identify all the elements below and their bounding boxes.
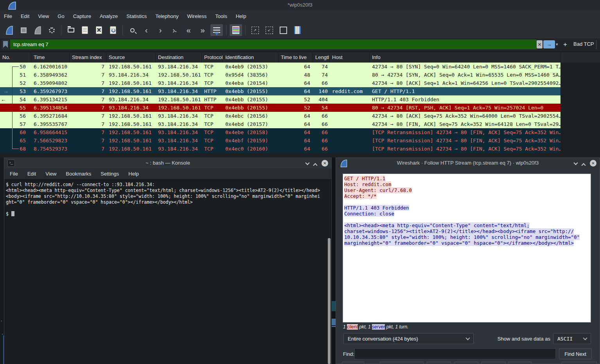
background-scrollbar-fragment[interactable]	[332, 319, 336, 325]
apply-filter-icon[interactable]: →	[543, 40, 555, 48]
cell-len: 74	[313, 71, 330, 79]
conversation-bracket	[12, 149, 19, 149]
konsole-menu-edit[interactable]: Edit	[27, 171, 36, 177]
display-filter-input[interactable]: tcp.stream eq 7	[10, 39, 537, 49]
close-file-icon[interactable]: ✕	[93, 24, 105, 36]
column-header-host[interactable]: Host	[330, 52, 370, 63]
cell-dest: 93.184.216.34	[156, 136, 202, 145]
packet-row[interactable]: 576.3955357677192.168.50.16193.184.216.3…	[0, 120, 560, 128]
filter-shortcut-bad-tcp[interactable]: Bad TCP	[573, 41, 594, 47]
conversation-select[interactable]: Entire conversation (424 bytes)	[343, 333, 474, 344]
packet-row[interactable]: 688.7545293737192.168.50.16193.184.216.3…	[0, 145, 560, 153]
packet-row[interactable]: 516.358949362793.184.216.34192.168.50.16…	[0, 71, 560, 79]
column-header-no[interactable]: No.	[0, 52, 31, 63]
minimize-icon[interactable]	[573, 160, 578, 165]
maximize-icon[interactable]	[581, 163, 586, 167]
auto-scroll-icon[interactable]	[210, 24, 223, 36]
go-to-packet-icon[interactable]: ›•	[168, 24, 181, 36]
konsole-menu-help[interactable]: Help	[128, 171, 139, 177]
bottom-button-sliver[interactable]	[562, 362, 597, 364]
main-titlebar[interactable]: *wlp0s20f3	[0, 0, 600, 11]
dialog-titlebar[interactable]: Wireshark · Follow HTTP Stream (tcp.stre…	[336, 158, 600, 169]
filter-dropdown-icon[interactable]: ▾	[556, 42, 558, 47]
clear-filter-icon[interactable]: ✕	[537, 40, 543, 48]
menu-analyze[interactable]: Analyze	[100, 13, 118, 19]
cell-stream: 7	[70, 136, 106, 145]
stream-content[interactable]: GET / HTTP/1.1Host: reddit.comUser-Agent…	[343, 174, 591, 323]
menu-help[interactable]: Help	[236, 13, 246, 19]
column-header-info[interactable]: Info	[370, 52, 560, 63]
packet-row[interactable]: 657.5665298237192.168.50.16193.184.216.3…	[0, 136, 560, 145]
terminal-scrollbar[interactable]	[328, 238, 331, 364]
column-header-source[interactable]: Source	[106, 52, 156, 63]
column-header-len[interactable]: Lengtl	[313, 52, 330, 63]
bottom-button-sliver[interactable]	[481, 362, 506, 364]
packet-row[interactable]: 536.3592679737192.168.50.16193.184.216.3…	[0, 87, 560, 95]
menu-wireless[interactable]: Wireless	[187, 13, 207, 19]
reload-file-icon[interactable]	[107, 24, 119, 36]
bottom-button-sliver[interactable]	[427, 362, 451, 364]
terminal-line: $	[6, 211, 331, 217]
konsole-menu-view[interactable]: View	[45, 171, 56, 177]
maximize-icon[interactable]	[313, 163, 317, 167]
konsole-menu-file[interactable]: File	[10, 171, 18, 177]
restart-capture-icon[interactable]	[31, 24, 44, 36]
bookmark-icon[interactable]	[2, 40, 9, 49]
konsole-menu-bookmarks[interactable]: Bookmarks	[66, 171, 91, 177]
packet-row[interactable]: 606.9586644157192.168.50.16193.184.216.3…	[0, 128, 560, 136]
bottom-button-sliver[interactable]	[508, 362, 532, 364]
column-header-dest[interactable]: Destination	[156, 52, 202, 63]
menu-telephony[interactable]: Telephony	[155, 13, 178, 19]
resize-columns-icon[interactable]	[291, 24, 304, 36]
capture-options-icon[interactable]	[45, 24, 58, 36]
filter-bar: tcp.stream eq 7 ✕ → ▾ + Bad TCP	[0, 38, 600, 51]
menu-capture[interactable]: Capture	[73, 13, 91, 19]
minimize-icon[interactable]	[305, 160, 309, 165]
cell-source: 93.184.216.34	[106, 71, 156, 79]
column-header-stream[interactable]: Stream index	[70, 52, 106, 63]
stop-capture-icon[interactable]	[17, 24, 30, 36]
close-icon[interactable]: ✕	[590, 160, 596, 167]
konsole-titlebar[interactable]: ›_ ~ : bash — Konsole ✕	[4, 158, 331, 169]
column-header-ttl[interactable]: Time to live	[278, 52, 313, 63]
menu-view[interactable]: View	[38, 13, 49, 19]
menu-statistics[interactable]: Statistics	[126, 13, 147, 19]
zoom-out-icon[interactable]: ↙	[263, 24, 275, 36]
start-capture-icon[interactable]	[3, 24, 16, 36]
normal-size-icon[interactable]	[277, 24, 289, 36]
column-header-ident[interactable]: Identification	[223, 52, 278, 63]
packet-row[interactable]: 526.3590948027192.168.50.16193.184.216.3…	[0, 79, 560, 87]
packet-row[interactable]: 506.1620016107192.168.50.16193.184.216.3…	[0, 63, 560, 71]
column-header-proto[interactable]: Protocol	[202, 52, 223, 63]
packet-list-header[interactable]: No.TimeStream indexSourceDestinationProt…	[0, 52, 600, 63]
cell-source: 192.168.50.161	[106, 79, 156, 87]
find-input[interactable]	[354, 348, 556, 359]
menu-go[interactable]: Go	[57, 13, 64, 19]
zoom-in-icon[interactable]: ↗	[249, 24, 261, 36]
encoding-select[interactable]: ASCII	[553, 333, 591, 344]
previous-packet-icon[interactable]: ‹	[140, 24, 153, 36]
terminal-output[interactable]: $ curl http://reddit.com/ --connect-to :…	[4, 179, 331, 364]
bottom-button-sliver[interactable]	[454, 362, 478, 364]
colorize-icon[interactable]	[230, 24, 242, 36]
packet-row[interactable]: 546.395134215793.184.216.34192.168.50.16…	[0, 95, 560, 104]
first-packet-icon[interactable]: «	[182, 24, 195, 36]
packet-row[interactable]: 556.395134854793.184.216.34192.168.50.16…	[0, 104, 560, 112]
next-packet-icon[interactable]: ›	[154, 24, 167, 36]
packet-row[interactable]: 566.3952716847192.168.50.16193.184.216.3…	[0, 112, 560, 120]
find-packet-icon[interactable]	[126, 24, 138, 36]
column-header-time[interactable]: Time	[31, 52, 70, 63]
bottom-button-sliver[interactable]	[380, 362, 424, 364]
cell-ident: 0x4ebe (20158)	[223, 128, 278, 136]
menu-edit[interactable]: Edit	[21, 13, 29, 19]
menu-file[interactable]: File	[4, 13, 12, 19]
last-packet-icon[interactable]: »	[196, 24, 209, 36]
find-next-button[interactable]: Find Next	[559, 348, 592, 359]
open-file-icon[interactable]	[65, 24, 77, 36]
close-icon[interactable]: ✕	[322, 160, 328, 167]
konsole-menu-settings[interactable]: Settings	[101, 171, 119, 177]
bottom-button-sliver[interactable]	[342, 362, 364, 364]
add-filter-button[interactable]: +	[563, 41, 567, 48]
menu-tools[interactable]: Tools	[215, 13, 227, 19]
save-file-icon[interactable]	[79, 24, 91, 36]
